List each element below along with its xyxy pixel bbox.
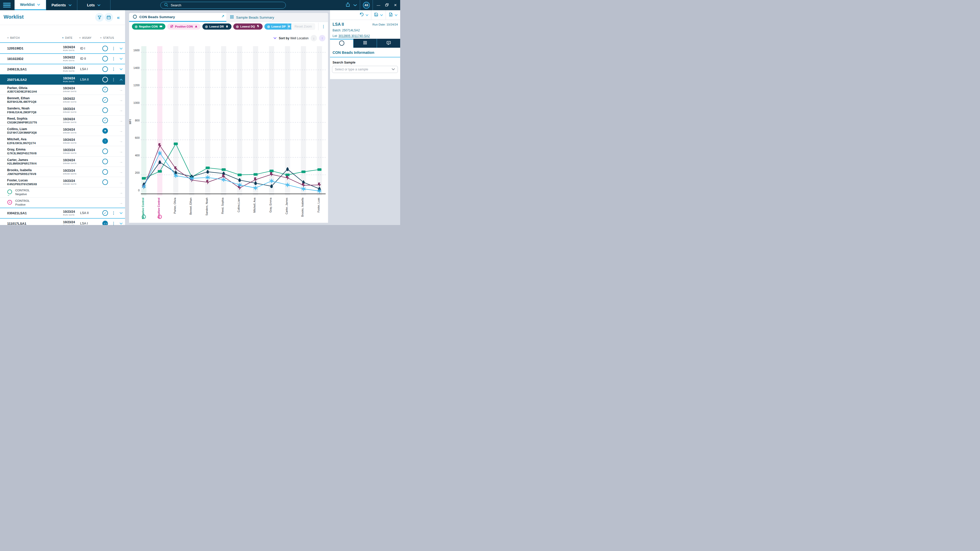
data-point	[206, 167, 210, 169]
status-empty-icon[interactable]	[102, 148, 108, 154]
batch-row[interactable]: 250714LSA2 10/24/24RUN DATE LSA II ⋮	[0, 75, 125, 84]
status-empty-icon[interactable]	[102, 169, 108, 175]
sample-row[interactable]: Gray, EmmaG7K3L9M2P4S1T6V8 10/23/24DRAW …	[0, 146, 125, 156]
status-empty-icon[interactable]	[102, 77, 108, 83]
calendar-button[interactable]	[104, 13, 113, 22]
open-sample-arrow-icon[interactable]: →	[117, 129, 125, 133]
lot-link[interactable]: 3013905 3011740-SA2	[339, 34, 370, 38]
status-empty-icon[interactable]	[102, 66, 108, 72]
kebab-menu-icon[interactable]: ⋮	[110, 67, 117, 71]
open-sample-arrow-icon[interactable]: →	[117, 170, 125, 174]
sample-row[interactable]: Mitchell, AvaE2F8J3K5L9N7Q1T4 10/24/24DR…	[0, 136, 125, 146]
mfi-line-chart[interactable]: 02004006008001000120014001600MFINegative…	[129, 43, 328, 223]
search-input[interactable]: Search	[160, 2, 286, 9]
sort-descending-button[interactable]: ↓	[310, 35, 317, 41]
status-arrow-up-icon[interactable]: ↑	[102, 138, 108, 144]
sort-value[interactable]: Well Location	[290, 37, 309, 40]
open-sample-arrow-icon[interactable]: →	[117, 149, 125, 154]
nav-tab-worklist[interactable]: Worklist	[14, 0, 46, 10]
open-sample-arrow-icon[interactable]: →	[117, 98, 125, 102]
reset-zoom-button[interactable]: Reset Zoom	[291, 23, 315, 30]
export-report-button[interactable]	[386, 10, 400, 20]
open-sample-arrow-icon[interactable]: →	[117, 139, 125, 143]
sample-row[interactable]: Foster, LucasK4N1P9S3T6V2W5X8 10/23/24DR…	[0, 177, 125, 187]
menu-icon[interactable]	[3, 3, 11, 7]
tab-bead-grid[interactable]	[353, 39, 377, 48]
sort-ascending-button[interactable]: ↑	[319, 35, 325, 41]
batch-row[interactable]: 120519ID1 10/24/24RUN DATE ID I ⋮	[0, 43, 125, 53]
search-icon	[164, 3, 169, 8]
open-sample-arrow-icon[interactable]: →	[117, 180, 125, 184]
expand-row-icon[interactable]	[117, 46, 125, 51]
open-control-arrow-icon[interactable]: →	[117, 200, 125, 205]
sample-row[interactable]: Bennett, EthanB2F6H3J9L4M7P1Q8 10/24/22D…	[0, 95, 125, 105]
open-sample-arrow-icon[interactable]: →	[117, 159, 125, 164]
col-header-assay[interactable]: ∧ASSAY	[79, 36, 92, 39]
legend-chip-positive-con[interactable]: Positive CON	[167, 24, 200, 30]
minimize-button[interactable]: —	[375, 3, 381, 7]
status-check-icon[interactable]: ✓	[102, 97, 108, 103]
status-empty-icon[interactable]	[102, 46, 108, 51]
chevron-down-icon[interactable]	[353, 3, 357, 7]
close-button[interactable]: ✕	[393, 3, 398, 7]
status-empty-icon[interactable]	[102, 107, 108, 113]
col-header-batch[interactable]: ∧BATCH	[7, 36, 20, 39]
undo-button[interactable]	[356, 10, 371, 20]
kebab-menu-icon[interactable]: ⋮	[110, 77, 117, 82]
batch-row[interactable]: 111017LSA1 10/23/24RUN DATE LSA I ✓✓ ⋮	[0, 219, 125, 225]
expand-row-icon[interactable]	[117, 67, 125, 71]
chevron-down-icon[interactable]	[273, 37, 277, 40]
tab-sample-beads-summary[interactable]: Sample Beads Summary	[226, 13, 328, 22]
tab-con-beads-summary[interactable]: CON Beads Summary ↗	[129, 13, 226, 22]
open-sample-arrow-icon[interactable]: →	[117, 87, 125, 92]
legend-chip-lowest-dr[interactable]: ◎ Lowest DR	[202, 24, 231, 30]
open-control-arrow-icon[interactable]: →	[117, 190, 125, 195]
external-link-icon[interactable]: ↗	[221, 14, 224, 18]
status-empty-icon[interactable]	[102, 179, 108, 185]
nav-tab-patients[interactable]: Patients	[46, 0, 77, 10]
sample-row[interactable]: Collins, LiamD1F4H7J2K9M6P3Q8 10/24/24DR…	[0, 126, 125, 136]
kebab-menu-icon[interactable]: ⋮	[110, 46, 117, 51]
expand-row-icon[interactable]	[117, 56, 125, 61]
status-check-icon[interactable]: ✓	[102, 87, 108, 92]
sample-select[interactable]: Select or type a sample	[332, 66, 398, 73]
status-empty-icon[interactable]	[102, 56, 108, 62]
status-double-check-icon[interactable]: ✓✓	[102, 221, 108, 225]
control-row-negative[interactable]: – CONTROLNegative →	[0, 187, 125, 197]
legend-chip-negative-con[interactable]: ◎ Negative CON	[132, 24, 165, 30]
save-button[interactable]	[371, 10, 386, 20]
control-row-positive[interactable]: + CONTROLPositive →	[0, 198, 125, 208]
collapse-panel-icon[interactable]: «	[117, 14, 119, 21]
batch-row[interactable]: 030421LSA1 10/23/24RUN DATE LSA II ✓ ⋮	[0, 208, 125, 218]
tab-comments[interactable]	[377, 39, 400, 48]
sample-row[interactable]: Reed, SophiaC5G8K2M4P9R1S7T6 10/24/24DRA…	[0, 116, 125, 125]
open-sample-arrow-icon[interactable]: →	[117, 108, 125, 112]
filter-button[interactable]	[95, 13, 104, 22]
avatar[interactable]: AS	[363, 2, 370, 9]
kebab-menu-icon[interactable]: ⋮	[110, 56, 117, 61]
open-sample-arrow-icon[interactable]: →	[117, 118, 125, 123]
sample-row[interactable]: Sanders, NoahF9H6J1K4L2M3P7Q8 10/23/24DR…	[0, 105, 125, 115]
status-star-icon[interactable]: ★	[102, 128, 108, 134]
legend-chip-lowest-dq[interactable]: ◎ Lowest DQ	[233, 24, 262, 30]
kebab-menu-icon[interactable]: ⋮	[110, 211, 117, 215]
sample-row[interactable]: Parker, OliviaA3B7C6D9E2F8G1H4 10/24/24D…	[0, 85, 125, 95]
sample-row[interactable]: Carter, JamesH2L8M5N3P6R1T9V4 10/24/24DR…	[0, 157, 125, 167]
status-empty-icon[interactable]	[102, 159, 108, 164]
sample-row[interactable]: Brooks, IsabellaJ3M7N2P5R9S1T6V8 10/23/2…	[0, 167, 125, 177]
batch-row[interactable]: 240613LSA1 10/24/24RUN DATE LSA I ⋮	[0, 64, 125, 74]
col-header-date[interactable]: ∧DATE	[62, 36, 73, 39]
restore-button[interactable]	[384, 3, 390, 8]
expand-row-icon[interactable]	[117, 221, 125, 225]
nav-tab-lots[interactable]: Lots	[77, 0, 110, 10]
kebab-menu-icon[interactable]: ⋮	[110, 221, 117, 225]
status-check-icon[interactable]: ✓	[102, 210, 108, 216]
kebab-menu-icon[interactable]: ⋮	[321, 24, 325, 29]
collapse-row-icon[interactable]	[117, 77, 125, 82]
share-icon[interactable]	[345, 2, 350, 8]
expand-row-icon[interactable]	[117, 211, 125, 215]
batch-row[interactable]: 181022ID2 10/24/22RUN DATE ID II ⋮	[0, 54, 125, 64]
col-header-status[interactable]: ∧STATUS	[100, 36, 114, 39]
status-check-icon[interactable]: ✓	[102, 118, 108, 123]
tab-con-beads-info[interactable]	[330, 39, 353, 48]
